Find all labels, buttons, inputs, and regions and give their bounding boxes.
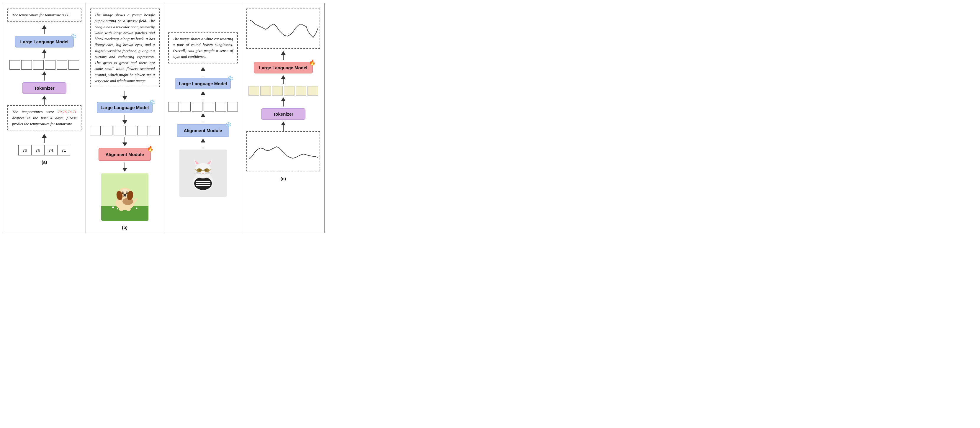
token-cell-c-1 xyxy=(248,86,259,95)
input-text-a: The temperatures were 79,76,74,71 degree… xyxy=(12,109,77,127)
tokenizer-box-c: Tokenizer xyxy=(261,108,305,120)
bottom-chart-svg xyxy=(248,133,319,169)
token-cell-c-6 xyxy=(307,86,318,95)
token-row-c xyxy=(248,86,318,95)
svg-rect-40 xyxy=(197,169,202,172)
svg-rect-45 xyxy=(248,12,319,44)
main-container: The temperature for tomorrow is 68. ❄️ L… xyxy=(3,3,325,233)
cat-caption-text: The image shows a white cat wearing a pa… xyxy=(173,36,233,60)
panel-c-label: (c) xyxy=(281,176,286,181)
llm-label-b-beagle: Large Language Model xyxy=(101,105,149,110)
arrow-up-5a xyxy=(42,134,47,143)
arrow-up-cat3 xyxy=(200,113,205,123)
svg-point-16 xyxy=(136,208,137,209)
arrow-up-c4 xyxy=(281,121,286,130)
token-cell-b-b4 xyxy=(126,126,136,135)
llm-emoji-b-beagle: ❄️ xyxy=(149,99,155,106)
llm-emoji-b-cat: ❄️ xyxy=(227,75,234,82)
svg-rect-46 xyxy=(248,135,319,167)
arrow-up-4a xyxy=(42,95,47,105)
alignment-hot-label: Alignment Module xyxy=(106,152,144,157)
svg-point-17 xyxy=(117,208,118,209)
num-79: 79 xyxy=(18,145,31,156)
top-chart-box-c xyxy=(247,8,320,49)
tokenizer-label-a: Tokenizer xyxy=(34,86,54,91)
panel-b-label: (b) xyxy=(122,225,127,230)
arrow-up-1a xyxy=(42,25,47,34)
arrow-down-b1 xyxy=(123,91,127,100)
arrow-up-c1 xyxy=(281,51,286,60)
tokenizer-label-c: Tokenizer xyxy=(273,111,293,116)
num-71: 71 xyxy=(57,145,70,156)
llm-box-a: ❄️ Large Language Model xyxy=(15,36,74,48)
panel-b-right: The image shows a white cat wearing a pa… xyxy=(164,27,242,209)
token-row-b-beagle xyxy=(90,126,160,135)
arrow-up-cat1 xyxy=(200,67,205,76)
llm-box-b-cat: ❄️ Large Language Model xyxy=(175,78,231,89)
alignment-cold-emoji: ❄️ xyxy=(225,121,232,128)
panel-c: 🔥 Large Language Model Tokenizer xyxy=(242,3,325,233)
arrow-down-b2 xyxy=(123,115,127,124)
llm-emoji-a: ❄️ xyxy=(70,33,76,40)
llm-label-a: Large Language Model xyxy=(21,39,68,44)
token-row-a xyxy=(10,60,79,70)
alignment-cold-box: ❄️ Alignment Module xyxy=(177,124,229,137)
token-cell-b-c6 xyxy=(227,102,238,111)
input-box-a: The temperatures were 79,76,74,71 degree… xyxy=(7,105,81,130)
cat-caption-box: The image shows a white cat wearing a pa… xyxy=(168,32,238,64)
token-cell-b-b6 xyxy=(149,126,160,135)
num-74: 74 xyxy=(44,145,57,156)
token-cell-a-2 xyxy=(21,60,32,70)
alignment-hot-emoji: 🔥 xyxy=(147,145,153,152)
llm-label-c: Large Language Model xyxy=(259,65,307,70)
beagle-caption-box: The image shows a young beagle puppy sit… xyxy=(90,8,160,87)
num-76: 76 xyxy=(31,145,44,156)
arrow-down-b4 xyxy=(123,162,127,172)
token-cell-b-c5 xyxy=(215,102,226,111)
token-cell-c-5 xyxy=(296,86,306,95)
cat-svg xyxy=(180,150,227,197)
arrow-up-2a xyxy=(42,49,47,59)
token-cell-a-6 xyxy=(68,60,79,70)
arrow-up-cat4 xyxy=(200,138,205,148)
token-cell-b-c3 xyxy=(192,102,202,111)
numbers-red-a: 79,76,74,71 xyxy=(57,110,76,114)
panel-b: The image shows a young beagle puppy sit… xyxy=(86,3,242,233)
svg-point-10 xyxy=(123,194,126,196)
token-cell-c-2 xyxy=(260,86,271,95)
token-cell-b-b3 xyxy=(114,126,124,135)
svg-rect-41 xyxy=(204,169,210,172)
panel-b-left: The image shows a young beagle puppy sit… xyxy=(86,3,164,233)
arrow-up-c2 xyxy=(281,75,286,84)
svg-point-12 xyxy=(123,198,133,205)
beagle-svg xyxy=(101,173,148,221)
alignment-cold-label: Alignment Module xyxy=(184,128,222,133)
panel-a-label: (a) xyxy=(41,159,47,165)
llm-box-c: 🔥 Large Language Model xyxy=(254,62,313,73)
svg-point-11 xyxy=(122,189,128,194)
token-cell-b-c1 xyxy=(168,102,179,111)
token-cell-b-b1 xyxy=(90,126,101,135)
llm-box-b-beagle: ❄️ Large Language Model xyxy=(97,102,153,113)
token-cell-a-5 xyxy=(57,60,67,70)
panel-a: The temperature for tomorrow is 68. ❄️ L… xyxy=(3,3,86,233)
output-box-a: The temperature for tomorrow is 68. xyxy=(7,8,81,22)
token-cell-c-3 xyxy=(272,86,283,95)
beagle-caption-text: The image shows a young beagle puppy sit… xyxy=(95,12,155,84)
arrow-up-3a xyxy=(42,72,47,81)
beagle-image xyxy=(101,173,148,221)
token-cell-b-c2 xyxy=(180,102,191,111)
token-cell-b-c4 xyxy=(204,102,214,111)
llm-label-b-cat: Large Language Model xyxy=(179,81,227,86)
arrow-down-b3 xyxy=(123,137,127,146)
token-cell-c-4 xyxy=(284,86,294,95)
token-cell-b-b5 xyxy=(137,126,148,135)
cat-image xyxy=(180,150,227,197)
top-chart-svg xyxy=(248,10,319,46)
token-cell-b-b2 xyxy=(102,126,113,135)
tokenizer-box-a: Tokenizer xyxy=(22,82,67,94)
token-cell-a-4 xyxy=(45,60,56,70)
svg-point-14 xyxy=(126,208,131,211)
bottom-chart-box-c xyxy=(247,131,320,171)
llm-emoji-c: 🔥 xyxy=(309,59,315,66)
